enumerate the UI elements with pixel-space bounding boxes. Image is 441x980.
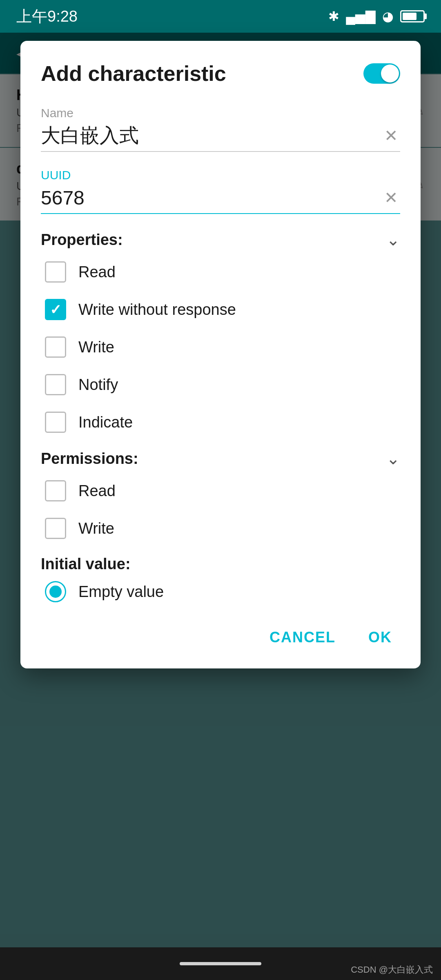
signal-icon: ▄▅▇ — [346, 9, 376, 24]
perm-read-checkbox[interactable] — [45, 480, 66, 501]
checkbox-item-perm-read: Read — [41, 480, 400, 501]
bluetooth-icon: ✱ — [328, 9, 339, 24]
checkbox-item-write-without-response: Write without response — [41, 299, 400, 320]
write-without-response-label: Write without response — [78, 301, 236, 318]
permissions-chevron-icon: ⌄ — [386, 449, 400, 468]
uuid-field-row: ✕ — [41, 186, 400, 214]
name-input[interactable] — [41, 125, 382, 147]
radio-item-empty-value: Empty value — [41, 581, 400, 602]
indicate-checkbox[interactable] — [45, 412, 66, 433]
add-characteristic-dialog: Add characteristic Name ✕ UUID ✕ Propert… — [20, 41, 421, 668]
checkbox-item-notify: Notify — [41, 374, 400, 395]
name-label: Name — [41, 106, 400, 120]
watermark: CSDN @大白嵌入式 — [351, 964, 433, 976]
read-label: Read — [78, 263, 116, 281]
uuid-input[interactable] — [41, 187, 382, 209]
permissions-section-header[interactable]: Permissions: ⌄ — [41, 449, 400, 468]
status-icons: ✱ ▄▅▇ ◕ — [328, 9, 425, 24]
dialog-footer: CANCEL OK — [41, 615, 400, 652]
indicate-label: Indicate — [78, 414, 133, 431]
properties-chevron-icon: ⌄ — [386, 230, 400, 249]
properties-section-header[interactable]: Properties: ⌄ — [41, 230, 400, 249]
initial-value-label: Initial value: — [41, 555, 131, 572]
empty-value-radio[interactable] — [45, 581, 66, 602]
properties-label: Properties: — [41, 231, 123, 249]
uuid-clear-button[interactable]: ✕ — [382, 186, 400, 209]
uuid-label: UUID — [41, 168, 400, 182]
checkbox-item-perm-write: Write — [41, 518, 400, 539]
wifi-icon: ◕ — [382, 9, 394, 24]
dialog-title: Add characteristic — [41, 61, 226, 86]
perm-write-checkbox[interactable] — [45, 518, 66, 539]
uuid-field-group: UUID ✕ — [41, 168, 400, 214]
status-time: 上午9:28 — [16, 6, 78, 27]
permissions-label: Permissions: — [41, 450, 138, 468]
name-clear-button[interactable]: ✕ — [382, 124, 400, 147]
empty-value-label: Empty value — [78, 583, 164, 601]
home-indicator — [180, 962, 261, 965]
notify-checkbox[interactable] — [45, 374, 66, 395]
battery-icon — [400, 10, 425, 22]
cancel-button[interactable]: CANCEL — [261, 623, 344, 652]
checkbox-item-read: Read — [41, 261, 400, 283]
checkbox-item-write: Write — [41, 336, 400, 358]
read-checkbox[interactable] — [45, 261, 66, 283]
perm-read-label: Read — [78, 482, 116, 500]
initial-value-section: Initial value: — [41, 555, 400, 573]
checkbox-item-indicate: Indicate — [41, 412, 400, 433]
ok-button[interactable]: OK — [360, 623, 400, 652]
write-label: Write — [78, 339, 114, 356]
characteristic-toggle[interactable] — [363, 63, 400, 84]
bottom-bar: CSDN @大白嵌入式 — [0, 947, 441, 980]
perm-write-label: Write — [78, 520, 114, 537]
dialog-header: Add characteristic — [41, 61, 400, 86]
status-bar: 上午9:28 ✱ ▄▅▇ ◕ — [0, 0, 441, 33]
toggle-knob — [381, 65, 399, 82]
name-field-group: Name ✕ — [41, 106, 400, 152]
notify-label: Notify — [78, 376, 118, 394]
write-checkbox[interactable] — [45, 336, 66, 358]
write-without-response-checkbox[interactable] — [45, 299, 66, 320]
name-field-row: ✕ — [41, 124, 400, 152]
